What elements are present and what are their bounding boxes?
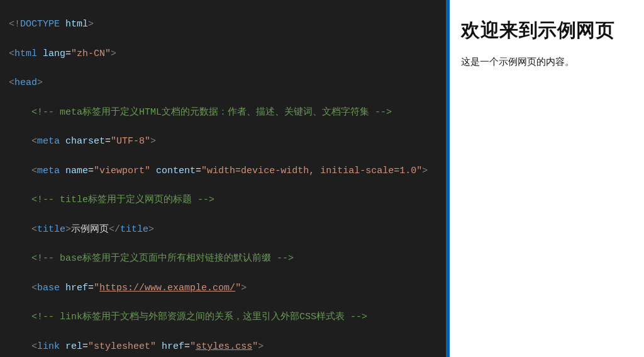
code-line: <base href="https://www.example.com/"> (9, 281, 446, 295)
code-line: <!-- base标签用于定义页面中所有相对链接的默认前缀 --> (9, 251, 446, 266)
code-line: <meta charset="UTF-8"> (9, 134, 446, 149)
code-line: <!DOCTYPE html> (9, 17, 446, 31)
code-line: <!-- meta标签用于定义HTML文档的元数据：作者、描述、关键词、文档字符… (9, 105, 446, 120)
code-line: <!-- title标签用于定义网页的标题 --> (9, 193, 446, 207)
code-line: <head> (9, 76, 446, 90)
code-line: <meta name="viewport" content="width=dev… (9, 164, 446, 178)
code-line: <!-- link标签用于文档与外部资源之间的关系，这里引入外部CSS样式表 -… (9, 310, 446, 324)
code-line: <link rel="stylesheet" href="styles.css"… (9, 339, 446, 354)
code-line: <title>示例网页</title> (9, 222, 446, 237)
preview-pane: 欢迎来到示例网页 这是一个示例网页的内容。 (450, 0, 644, 357)
page-heading: 欢迎来到示例网页 (461, 18, 633, 43)
code-editor[interactable]: <!DOCTYPE html> <html lang="zh-CN"> <hea… (0, 0, 446, 357)
code-line: <html lang="zh-CN"> (9, 47, 446, 61)
page-paragraph: 这是一个示例网页的内容。 (461, 56, 633, 68)
